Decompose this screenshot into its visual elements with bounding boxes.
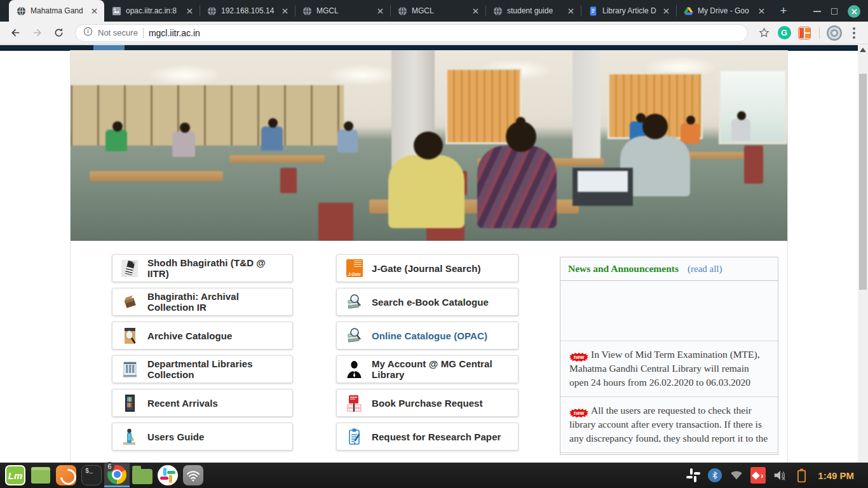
slack-tray-icon[interactable] [686,468,701,483]
browser-toolbar: Not secure mgcl.iitr.ac.in G [0,22,868,44]
link-shodh-bhagirathi[interactable]: Shodh Bhagirathi (T&D @ IITR) [112,254,293,282]
link-archive-catalogue[interactable]: Archive Catalogue [112,322,293,349]
tab-title: 192.168.105.14 [221,6,275,15]
news-panel: News and Announcements (read all) newIn … [560,257,778,455]
link-recent-arrivals[interactable]: Recent Arrivals [112,389,293,417]
tab-student-guide[interactable]: student guide [485,0,581,22]
tab-mgcl-1[interactable]: MGCL [295,0,390,22]
tab-library-article[interactable]: Library Article D [581,0,676,22]
tab-ip-address[interactable]: 192.168.105.14 [200,0,295,22]
browser-menu-icon[interactable] [853,32,855,34]
quick-link-label: My Account @ MG Central Library [372,358,512,380]
link-my-account[interactable]: My Account @ MG Central Library [336,355,519,383]
desktop-screen: Mahatma Gand opac.iitr.ac.in:8 192.168.1… [0,0,868,488]
tab-close-icon[interactable] [184,6,194,16]
user-silhouette-icon [346,360,363,379]
clipboard-pencil-icon [346,428,363,446]
link-search-ebook-catalogue[interactable]: Search e-Book Catalogue [336,288,519,316]
tab-close-icon[interactable] [89,6,99,16]
quick-link-label: Departmental Libraries Collection [147,358,286,380]
quick-link-label: J-Gate (Journal Search) [372,263,481,274]
firefox-launcher[interactable] [53,463,79,487]
globe-icon [302,6,312,16]
tab-close-icon[interactable] [756,6,766,16]
photo-decor [318,203,353,241]
photo-decor [731,119,750,140]
new-tab-button[interactable]: + [774,3,793,19]
layout-extension-icon[interactable] [796,25,813,41]
link-request-research-paper[interactable]: Request for Research Paper [336,423,519,451]
network-signal-icon[interactable] [729,468,744,483]
photo-decor [90,171,223,181]
photo-decor [573,50,600,161]
photo-decor [388,155,465,228]
profile-avatar[interactable] [826,25,843,41]
bookmark-star-icon[interactable] [756,25,772,41]
photo-decor [337,130,358,152]
anydesk-tray-icon[interactable]: › [750,468,766,483]
news-header: News and Announcements (read all) [560,257,778,281]
news-title: News and Announcements [568,263,679,274]
tab-my-drive[interactable]: My Drive - Goo [676,0,771,22]
slack-icon [158,465,178,485]
quick-link-label: Bhagirathi: Archival Collection IR [147,291,286,313]
news-marquee-area [560,281,778,341]
battery-icon[interactable] [794,468,809,483]
new-badge: new [569,353,588,362]
show-desktop-button[interactable] [28,463,53,487]
bluetooth-icon[interactable] [707,468,722,483]
restore-button[interactable] [831,8,837,15]
tab-close-icon[interactable] [375,6,385,16]
tab-close-icon[interactable] [566,6,576,16]
link-online-catalogue-opac[interactable]: Online Catalogue (OPAC) [336,322,519,349]
link-book-purchase-request[interactable]: Book Purchase Request [336,389,519,417]
security-label: Not secure [98,28,138,37]
file-manager-launcher[interactable] [130,463,155,487]
photo-decor [686,116,695,125]
volume-muted-icon[interactable] [772,468,787,483]
address-bar[interactable]: Not secure mgcl.iitr.ac.in [75,24,748,42]
wifi-settings-launcher[interactable] [180,463,206,487]
slack-launcher[interactable] [155,463,180,487]
back-icon[interactable] [6,24,24,42]
wifi-icon [183,465,203,485]
scroll-up-arrow-icon[interactable] [860,48,866,52]
mint-menu-button[interactable]: Lm [3,463,28,487]
photo-decor [71,50,787,241]
chrome-window-button[interactable]: 6 [104,463,130,487]
link-jgate[interactable]: J-Gate J-Gate (Journal Search) [336,254,519,282]
tab-close-icon[interactable] [661,6,671,16]
photo-decor [180,123,190,133]
forward-icon[interactable] [28,24,46,42]
refresh-icon[interactable] [50,24,67,42]
photo-decor [147,64,223,86]
quick-link-label: Users Guide [147,431,204,442]
divider [143,28,144,38]
news-item: newIn View of Mid Term Examination (MTE)… [560,341,778,397]
tab-opac[interactable]: opac.iitr.ac.in:8 [104,0,200,22]
link-departmental-libraries[interactable]: Departmental Libraries Collection [112,355,293,383]
browser-tab-bar: Mahatma Gand opac.iitr.ac.in:8 192.168.1… [0,0,868,22]
tab-close-icon[interactable] [280,6,290,16]
terminal-launcher[interactable]: $_ [79,463,104,487]
tab-mgcl-2[interactable]: MGCL [390,0,485,22]
photo-decor [112,121,123,132]
globe-icon [398,6,407,16]
scrollbar-thumb[interactable] [859,74,867,290]
tab-close-icon[interactable] [470,6,480,16]
tab-mahatma-gandhi[interactable]: Mahatma Gand [9,0,104,22]
minimize-button[interactable] [813,11,821,12]
close-button[interactable] [848,5,860,18]
search-books-icon [346,327,363,345]
read-all-link[interactable]: (read all) [688,264,722,274]
photo-decor [573,168,633,206]
link-users-guide[interactable]: Users Guide [112,423,293,451]
grammarly-extension-icon[interactable]: G [776,25,792,41]
info-icon[interactable] [83,27,93,39]
link-bhagirathi-archival[interactable]: Bhagirathi: Archival Collection IR [112,288,293,316]
taskbar-clock[interactable]: 1:49 PM [815,470,859,481]
photo-decor [344,121,353,131]
photo-decor [414,132,443,159]
page-scrollbar[interactable] [858,45,868,463]
library-photo [71,50,787,241]
